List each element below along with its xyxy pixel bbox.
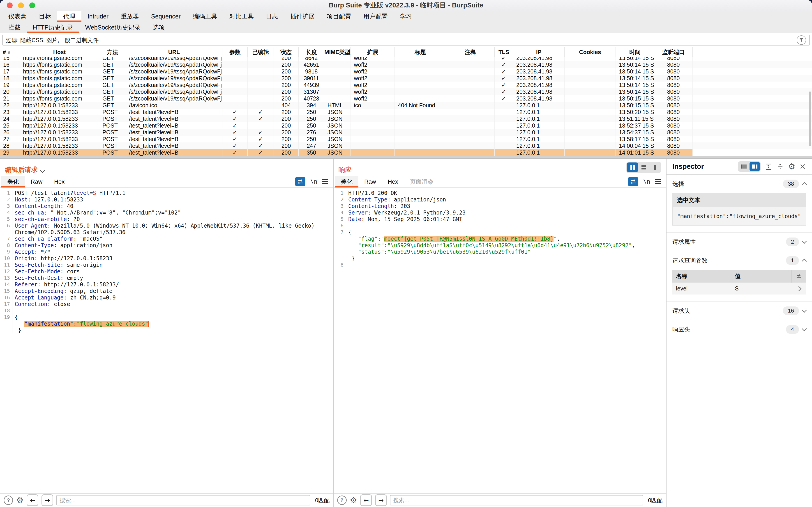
gear-icon[interactable]: ⚙ <box>16 496 23 504</box>
editor-tab-Hex[interactable]: Hex <box>382 176 404 187</box>
menu-tab-重放器[interactable]: 重放器 <box>114 11 145 22</box>
request-editor[interactable]: 1POST /test_talent?level=S HTTP/1.12Host… <box>0 188 333 493</box>
inspector-section-header-请求查询参数[interactable]: 请求查询参数1 <box>666 251 812 270</box>
inspector-section-header-选择[interactable]: 选择38 <box>666 175 812 193</box>
table-row-20[interactable]: 20https://fonts.gstatic.comGET/s/zcoolku… <box>0 88 812 95</box>
table-scrollbar[interactable] <box>809 92 811 146</box>
table-row-23[interactable]: 23http://127.0.0.1:58233POST/test_talent… <box>0 109 812 115</box>
menu-tab-插件扩展[interactable]: 插件扩展 <box>284 11 321 22</box>
next-match-button[interactable]: → <box>375 494 387 506</box>
menu-tab-编码工具[interactable]: 编码工具 <box>187 11 223 22</box>
table-row-24[interactable]: 24http://127.0.0.1:58233POST/test_talent… <box>0 115 812 122</box>
column-header-方法[interactable]: 方法 <box>99 47 126 57</box>
column-header-长度[interactable]: 长度 <box>299 47 324 57</box>
column-header-时间[interactable]: 时间 <box>616 47 654 57</box>
prev-match-button[interactable]: ← <box>360 494 372 506</box>
close-icon[interactable] <box>799 163 806 170</box>
subtab-WebSocket历史记录[interactable]: WebSocket历史记录 <box>79 22 147 33</box>
search-input[interactable] <box>56 495 310 505</box>
funnel-icon[interactable] <box>797 36 806 45</box>
menu-tab-对比工具[interactable]: 对比工具 <box>223 11 260 22</box>
editor-tab-美化[interactable]: 美化 <box>335 176 358 187</box>
column-header-#[interactable]: #∧ <box>0 47 20 57</box>
soft-wrap-icon[interactable] <box>295 177 305 186</box>
dock-left-icon[interactable] <box>739 162 749 171</box>
horizontal-splitter[interactable] <box>0 156 812 159</box>
menu-icon[interactable] <box>655 179 661 184</box>
table-row-25[interactable]: 25http://127.0.0.1:58233POST/test_talent… <box>0 122 812 129</box>
gear-icon[interactable]: ⚙ <box>350 496 357 504</box>
table-row-28[interactable]: 28http://127.0.0.1:58233POST/test_talent… <box>0 143 812 149</box>
chevron-down-icon[interactable] <box>40 168 45 173</box>
table-row-29[interactable]: 29http://127.0.0.1:58233POST/test_talent… <box>0 149 812 156</box>
help-icon[interactable]: ? <box>4 496 13 505</box>
request-panel: 编辑后请求 美化RawHex \n 1POST /test_talent?lev… <box>0 159 333 507</box>
column-header-IP[interactable]: IP <box>513 47 565 57</box>
menu-tab-Intruder[interactable]: Intruder <box>82 11 114 22</box>
collapse-all-icon[interactable] <box>776 163 784 170</box>
inspector-section-header-请求头[interactable]: 请求头16 <box>666 301 812 320</box>
table-row-21[interactable]: 21https://fonts.gstatic.comGET/s/zcoolku… <box>0 95 812 102</box>
dock-right-icon[interactable] <box>750 162 760 171</box>
table-row-15[interactable]: 15https://fonts.gstatic.comGET/s/zcoolku… <box>0 57 812 61</box>
menu-tab-项目配置[interactable]: 项目配置 <box>321 11 357 22</box>
selected-text-value[interactable]: "manifestation":"flowing_azure_clouds" <box>672 207 806 226</box>
column-header-已编辑[interactable]: 已编辑 <box>248 47 274 57</box>
soft-wrap-icon[interactable] <box>792 270 806 283</box>
next-match-button[interactable]: → <box>42 494 53 506</box>
menu-tab-代理[interactable]: 代理 <box>57 11 82 22</box>
editor-tab-Raw[interactable]: Raw <box>358 176 382 187</box>
editor-tab-Raw[interactable]: Raw <box>25 176 48 187</box>
request-panel-title[interactable]: 编辑后请求 <box>5 165 38 174</box>
menu-tab-日志[interactable]: 日志 <box>260 11 284 22</box>
subtab-选项[interactable]: 选项 <box>147 22 171 33</box>
rows-layout-icon[interactable] <box>638 163 649 172</box>
column-header-Cookies[interactable]: Cookies <box>565 47 616 57</box>
response-editor[interactable]: 1HTTP/1.0 200 OK2Content-Type: applicati… <box>334 188 666 493</box>
search-input[interactable] <box>390 495 643 505</box>
newline-icon[interactable]: \n <box>310 178 317 185</box>
match-count: 0匹配 <box>315 497 329 504</box>
menu-tab-Sequencer[interactable]: Sequencer <box>145 11 187 22</box>
table-row-16[interactable]: 16https://fonts.gstatic.comGET/s/zcoolku… <box>0 61 812 68</box>
subtab-HTTP历史记录[interactable]: HTTP历史记录 <box>27 22 79 33</box>
help-icon[interactable]: ? <box>337 496 347 505</box>
column-header-监听端口[interactable]: 监听端口 <box>654 47 693 57</box>
column-header-TLS[interactable]: TLS <box>495 47 513 57</box>
column-header-MIME类型[interactable]: MIME类型 <box>324 47 351 57</box>
editor-tab-美化[interactable]: 美化 <box>1 176 25 187</box>
expand-all-icon[interactable] <box>765 163 772 170</box>
gear-icon[interactable]: ⚙ <box>788 163 795 171</box>
inspector-section-header-响应头[interactable]: 响应头4 <box>666 320 812 339</box>
table-row-22[interactable]: 22http://127.0.0.1:58233GET/favicon.ico4… <box>0 102 812 109</box>
filter-settings-bar[interactable]: 过滤: 隐藏CSS, 图片,一般二进制文件 <box>2 35 810 46</box>
newline-icon[interactable]: \n <box>643 178 650 185</box>
prev-match-button[interactable]: ← <box>27 494 38 506</box>
inspector-section-header-请求属性[interactable]: 请求属性2 <box>666 233 812 251</box>
table-row-26[interactable]: 26http://127.0.0.1:58233POST/test_talent… <box>0 129 812 136</box>
editor-tab-Hex[interactable]: Hex <box>48 176 70 187</box>
single-layout-icon[interactable] <box>650 163 660 172</box>
column-header-Host[interactable]: Host <box>20 47 99 57</box>
line-number: 7 <box>0 235 12 242</box>
columns-layout-icon[interactable] <box>627 163 638 172</box>
param-row-level[interactable]: levelS <box>672 283 806 294</box>
column-header-注释[interactable]: 注释 <box>446 47 495 57</box>
menu-tab-仪表盘[interactable]: 仪表盘 <box>2 11 33 22</box>
column-header-参数[interactable]: 参数 <box>222 47 248 57</box>
menu-icon[interactable] <box>322 179 328 184</box>
menu-tab-目标[interactable]: 目标 <box>33 11 57 22</box>
column-header-扩展[interactable]: 扩展 <box>351 47 395 57</box>
column-header-状态[interactable]: 状态 <box>274 47 299 57</box>
soft-wrap-icon[interactable] <box>628 177 638 186</box>
column-header-URL[interactable]: URL <box>126 47 222 57</box>
table-row-27[interactable]: 27http://127.0.0.1:58233POST/test_talent… <box>0 136 812 143</box>
checkmark-icon: ✓ <box>501 61 506 68</box>
table-row-17[interactable]: 17https://fonts.gstatic.comGET/s/zcoolku… <box>0 68 812 75</box>
subtab-拦截[interactable]: 拦截 <box>2 22 27 33</box>
menu-tab-用户配置[interactable]: 用户配置 <box>357 11 394 22</box>
menu-tab-学习[interactable]: 学习 <box>394 11 418 22</box>
column-header-标题[interactable]: 标题 <box>395 47 446 57</box>
table-row-19[interactable]: 19https://fonts.gstatic.comGET/s/zcoolku… <box>0 81 812 88</box>
table-row-18[interactable]: 18https://fonts.gstatic.comGET/s/zcoolku… <box>0 75 812 81</box>
